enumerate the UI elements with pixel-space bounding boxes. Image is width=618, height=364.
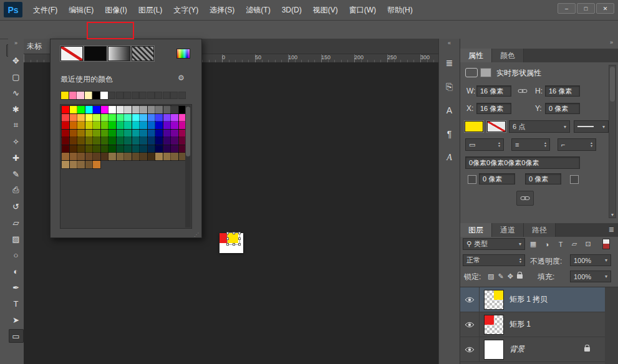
color-swatch[interactable]: [101, 106, 109, 113]
color-swatch[interactable]: [171, 145, 178, 153]
color-swatch[interactable]: [140, 153, 147, 160]
color-swatch[interactable]: [171, 114, 178, 122]
color-swatch[interactable]: [109, 114, 116, 122]
corner-radius-field-2[interactable]: 0 像素: [525, 173, 561, 184]
no-color-button[interactable]: [61, 47, 82, 60]
color-swatch[interactable]: [93, 130, 100, 137]
stroke-option-select-1[interactable]: ▭▴▾: [465, 138, 504, 151]
constrain-link-button[interactable]: [516, 191, 534, 206]
stroke-option-select-3[interactable]: ⌐▴▾: [558, 138, 596, 151]
prop-stroke-style-select[interactable]: ▾: [574, 120, 609, 133]
color-swatch[interactable]: [171, 137, 178, 145]
filter-shape-layers-icon[interactable]: ▱: [567, 238, 581, 250]
color-swatch[interactable]: [171, 153, 178, 160]
color-swatch[interactable]: [101, 153, 109, 160]
color-swatch[interactable]: [62, 130, 69, 137]
window-close-button[interactable]: ✕: [596, 3, 614, 14]
color-swatch[interactable]: [77, 137, 85, 145]
layer-name[interactable]: 矩形 1 拷贝: [509, 294, 548, 305]
color-swatch[interactable]: [77, 114, 85, 122]
color-swatch[interactable]: [85, 130, 93, 137]
color-swatch[interactable]: [124, 145, 132, 153]
layer-fill-select[interactable]: 100%▾: [570, 271, 611, 282]
color-swatch[interactable]: [109, 130, 116, 137]
eraser-tool[interactable]: ▱: [9, 216, 24, 229]
opacity-select[interactable]: 100%▾: [570, 254, 611, 266]
collapsed-character-styles-icon[interactable]: A: [442, 150, 458, 166]
window-maximize-button[interactable]: □: [577, 3, 595, 14]
corner-radius-field-1[interactable]: 0 像素: [479, 173, 515, 184]
color-swatch[interactable]: [77, 106, 85, 113]
prop-x-field[interactable]: 16 像素: [476, 103, 511, 114]
recent-color-swatch[interactable]: [61, 92, 69, 99]
history-brush-tool[interactable]: ↺: [9, 199, 24, 213]
crop-tool[interactable]: ⌗: [9, 118, 24, 132]
lock-transparency-icon[interactable]: ▨: [488, 272, 494, 280]
color-swatch[interactable]: [155, 153, 163, 160]
rectangle-tool[interactable]: ▭: [9, 329, 24, 343]
color-swatch[interactable]: [163, 145, 171, 153]
color-swatch[interactable]: [70, 145, 77, 153]
corner-radius-display[interactable]: 0像素0像素0像素0像素: [465, 156, 580, 169]
color-swatch[interactable]: [148, 106, 155, 113]
color-swatch[interactable]: [101, 145, 109, 153]
color-swatch[interactable]: [148, 137, 155, 145]
color-swatch[interactable]: [62, 161, 69, 168]
collapsed-clone-source-icon[interactable]: ⎘: [442, 79, 458, 95]
color-swatch[interactable]: [77, 161, 85, 168]
color-swatch[interactable]: [62, 145, 69, 153]
color-swatch[interactable]: [132, 114, 140, 122]
collapsed-character-icon[interactable]: A: [442, 102, 458, 118]
recent-color-swatch[interactable]: [69, 92, 77, 99]
recent-color-swatch[interactable]: [100, 92, 108, 99]
color-swatch[interactable]: [62, 106, 69, 113]
recent-color-swatch[interactable]: [92, 92, 100, 99]
color-swatch[interactable]: [77, 130, 85, 137]
prop-stroke-swatch[interactable]: [488, 122, 505, 132]
color-swatch[interactable]: [70, 161, 77, 168]
corner-link-icon[interactable]: [468, 175, 476, 184]
color-swatch[interactable]: [132, 130, 140, 137]
color-swatch[interactable]: [163, 122, 171, 129]
color-swatch[interactable]: [85, 114, 93, 122]
menu-item[interactable]: 窗口(W): [344, 0, 382, 20]
lock-image-icon[interactable]: ✎: [498, 272, 503, 280]
window-minimize-button[interactable]: –: [558, 3, 576, 14]
color-swatch[interactable]: [148, 114, 155, 122]
tab-paths[interactable]: 路径: [524, 223, 556, 237]
color-swatch[interactable]: [85, 153, 93, 160]
lock-all-icon[interactable]: [517, 274, 523, 279]
color-swatch[interactable]: [109, 145, 116, 153]
menu-item[interactable]: 视图(V): [307, 0, 344, 20]
visibility-eye-icon[interactable]: [460, 287, 480, 312]
solid-color-button[interactable]: [85, 47, 106, 60]
color-swatch[interactable]: [77, 145, 85, 153]
type-tool[interactable]: T: [9, 297, 24, 310]
color-swatch[interactable]: [93, 106, 100, 113]
blend-mode-select[interactable]: 正常 ▴▾: [463, 254, 525, 266]
color-picker-button[interactable]: [177, 49, 190, 58]
swatch-scrollbar[interactable]: [185, 105, 191, 228]
selection-handle[interactable]: [226, 243, 229, 246]
color-swatch[interactable]: [155, 122, 163, 129]
visibility-eye-icon[interactable]: [460, 337, 480, 362]
blur-tool[interactable]: ○: [9, 248, 24, 262]
layer-row[interactable]: 矩形 1: [460, 312, 605, 337]
collapse-tools-icon[interactable]: »: [8, 39, 24, 47]
resize-grip-icon[interactable]: ···: [191, 229, 201, 239]
filter-smart-objects-icon[interactable]: ⊡: [581, 238, 595, 250]
document-canvas[interactable]: [220, 233, 243, 253]
filter-pixel-layers-icon[interactable]: ▦: [526, 238, 540, 250]
stroke-option-select-2[interactable]: ≡▴▾: [511, 138, 550, 151]
color-swatch[interactable]: [124, 122, 132, 129]
color-swatch[interactable]: [93, 153, 100, 160]
color-swatch[interactable]: [132, 153, 140, 160]
menu-item[interactable]: 图像(I): [99, 0, 132, 20]
tab-properties[interactable]: 属性: [460, 49, 492, 62]
color-swatch[interactable]: [62, 114, 69, 122]
layers-panel-menu-icon[interactable]: ≣: [609, 226, 614, 234]
gradient-tool[interactable]: ▨: [9, 232, 24, 246]
color-swatch[interactable]: [155, 137, 163, 145]
color-swatch[interactable]: [140, 145, 147, 153]
menu-item[interactable]: 文字(Y): [168, 0, 204, 20]
